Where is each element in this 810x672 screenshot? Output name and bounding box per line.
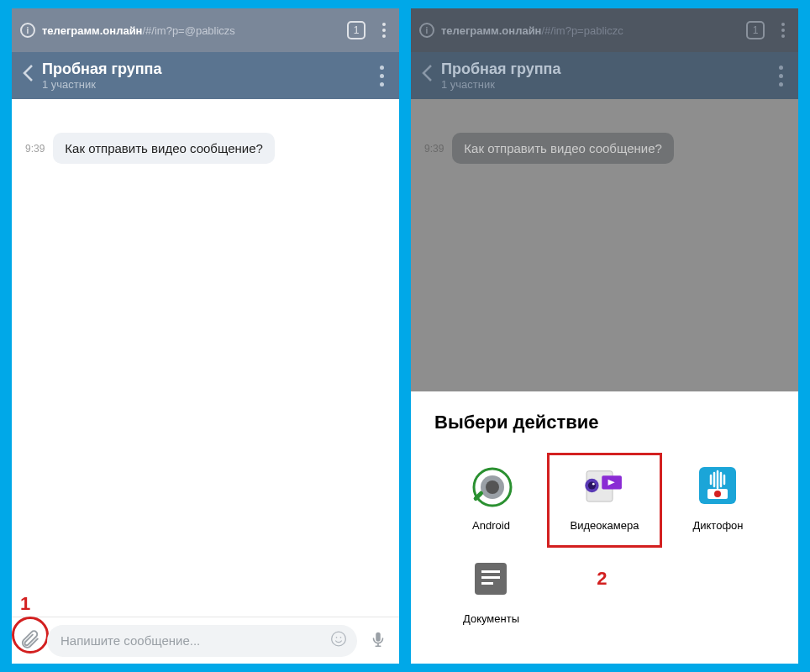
message-input[interactable] (47, 625, 357, 657)
message-time: 9:39 (25, 143, 45, 155)
chat-menu-icon[interactable] (375, 66, 389, 87)
chat-header: Пробная группа 1 участник (411, 52, 798, 99)
attach-button[interactable] (18, 628, 40, 654)
message-row: 9:39 Как отправить видео сообщение? (25, 133, 386, 164)
paperclip-icon (18, 628, 40, 650)
chat-menu-icon (774, 66, 788, 87)
svg-rect-20 (481, 582, 493, 585)
svg-point-1 (336, 637, 338, 638)
emoji-icon[interactable] (330, 630, 347, 651)
action-android[interactable]: Android (434, 454, 548, 547)
chat-title: Пробная группа (42, 60, 375, 78)
chat-title-area[interactable]: Пробная группа 1 участник (42, 60, 375, 91)
chat-body: 9:39 Как отправить видео сообщение? (12, 99, 399, 617)
documents-icon (465, 554, 516, 604)
recorder-icon (692, 460, 743, 511)
svg-rect-3 (376, 632, 381, 641)
browser-bar: i телеграмм.онлайн/#/im?p=pabliczc 1 (411, 8, 798, 52)
chat-subtitle: 1 участник (441, 78, 774, 91)
site-info-icon[interactable]: i (20, 23, 35, 38)
videocamera-icon (579, 460, 629, 511)
svg-point-2 (340, 637, 342, 638)
action-videocamera[interactable]: Видеокамера (548, 454, 661, 547)
chat-header: Пробная группа 1 участник (12, 52, 399, 99)
action-label: Android (472, 519, 510, 532)
action-label: Видеокамера (571, 519, 639, 532)
callout-number-2: 2 (597, 568, 607, 590)
message-bubble: Как отправить видео сообщение? (452, 133, 673, 164)
action-label: Диктофон (692, 519, 743, 532)
chat-title-area: Пробная группа 1 участник (441, 60, 774, 91)
chat-subtitle: 1 участник (42, 78, 375, 91)
sheet-grid: Android Видеокамера (434, 454, 775, 640)
svg-rect-18 (481, 570, 500, 573)
browser-bar: i телеграмм.онлайн/#/im?p=@pabliczs 1 (12, 8, 399, 52)
svg-point-0 (332, 632, 346, 646)
svg-point-6 (486, 480, 499, 494)
url-bar[interactable]: i телеграмм.онлайн/#/im?p=@pabliczs (20, 23, 335, 38)
browser-menu-icon[interactable] (377, 23, 391, 38)
message-bubble[interactable]: Как отправить видео сообщение? (53, 133, 274, 164)
action-dictaphone[interactable]: Диктофон (661, 454, 775, 547)
action-documents[interactable]: Документы (434, 547, 548, 640)
back-icon[interactable] (22, 64, 34, 87)
svg-rect-19 (481, 576, 500, 579)
microphone-icon[interactable] (364, 630, 392, 652)
tabs-button: 1 (746, 21, 765, 39)
message-row: 9:39 Как отправить видео сообщение? (424, 133, 785, 164)
tabs-button[interactable]: 1 (347, 21, 366, 39)
input-bar (12, 617, 399, 664)
chat-title: Пробная группа (441, 60, 774, 78)
phone-screen-left: i телеграмм.онлайн/#/im?p=@pabliczs 1 Пр… (12, 8, 399, 664)
svg-point-10 (588, 481, 596, 489)
browser-menu-icon (776, 23, 790, 38)
sheet-title: Выбери действие (434, 412, 775, 433)
message-time: 9:39 (424, 143, 444, 155)
svg-point-11 (592, 483, 595, 486)
url-bar: i телеграмм.онлайн/#/im?p=pabliczc (419, 23, 734, 38)
back-icon (421, 64, 433, 87)
callout-number-1: 1 (20, 593, 30, 615)
svg-point-16 (714, 491, 721, 497)
action-label: Документы (463, 612, 519, 625)
site-info-icon: i (419, 23, 434, 38)
android-system-icon (465, 460, 516, 511)
action-sheet: Выбери действие Android (411, 391, 798, 664)
phone-screen-right: i телеграмм.онлайн/#/im?p=pabliczc 1 Про… (411, 8, 798, 664)
